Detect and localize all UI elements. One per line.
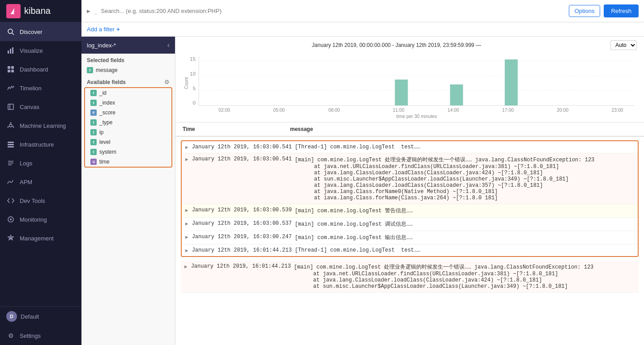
svg-text:08:00: 08:00 xyxy=(328,108,340,113)
table-row[interactable]: ▶ January 12th 2019, 16:03:00.539 [main]… xyxy=(182,204,638,218)
col-message-header: message xyxy=(290,126,637,132)
field-message[interactable]: t message xyxy=(81,65,175,75)
svg-line-16 xyxy=(12,126,13,126)
content-area: log_index-* ‹ Selected fields t message … xyxy=(81,37,644,345)
date-range-label: January 12th 2019, 00:00:00.000 - Januar… xyxy=(183,42,610,48)
svg-rect-4 xyxy=(12,47,13,54)
sidebar-item-label-visualize: Visualize xyxy=(20,47,43,54)
field-index[interactable]: t _index xyxy=(85,98,171,108)
sidebar-item-infrastructure[interactable]: Infrastructure xyxy=(0,135,81,154)
sidebar-item-management[interactable]: Management xyxy=(0,229,81,248)
discover-icon xyxy=(6,27,15,36)
svg-rect-22 xyxy=(8,163,13,164)
field-type-field[interactable]: t _type xyxy=(85,118,171,127)
expand-icon[interactable]: ▶ xyxy=(184,264,188,269)
field-score[interactable]: # _score xyxy=(85,108,171,118)
results-area: Time message ▶ January 12th 2019, 16:03:… xyxy=(175,122,644,345)
svg-text:02:00: 02:00 xyxy=(218,108,230,113)
expand-icon[interactable]: ▶ xyxy=(185,144,188,150)
table-row[interactable]: ▶ January 12th 2019, 16:01:44.213 [Threa… xyxy=(182,244,638,256)
log-message: [Thread-1] com.mine.log.LogTest test…… xyxy=(295,144,634,150)
expand-icon[interactable]: ▶ xyxy=(185,248,188,253)
chart-area: January 12th 2019, 00:00:00.000 - Januar… xyxy=(175,37,644,122)
table-row[interactable]: ▶ January 12th 2019, 16:03:00.541 [main]… xyxy=(182,153,638,204)
svg-rect-21 xyxy=(8,161,13,162)
sidebar-item-discover[interactable]: Discover xyxy=(0,22,81,41)
machine-learning-icon xyxy=(6,121,15,130)
auto-select[interactable]: Auto xyxy=(610,40,637,50)
log-time: January 12th 2019, 16:03:00.541 xyxy=(192,144,295,150)
table-row[interactable]: ▶ January 12th 2019, 16:01:44.213 [main]… xyxy=(181,261,639,293)
sidebar-item-canvas[interactable]: Canvas xyxy=(0,97,81,116)
log-message: [main] com.mine.log.LogTest 警告信息…… xyxy=(295,207,634,215)
index-header: log_index-* ‹ xyxy=(81,37,175,54)
sidebar-item-monitoring[interactable]: Monitoring xyxy=(0,210,81,229)
log-message: [Thread-1] com.mine.log.LogTest test…… xyxy=(295,247,634,253)
refresh-button[interactable]: Refresh xyxy=(604,4,639,17)
svg-rect-6 xyxy=(11,66,14,69)
svg-text:11:00: 11:00 xyxy=(393,108,405,113)
user-name: Default xyxy=(21,313,39,320)
expand-icon[interactable]: ▶ xyxy=(185,156,188,162)
svg-point-12 xyxy=(10,122,12,124)
field-system[interactable]: t system xyxy=(85,147,171,157)
fields-settings-icon[interactable]: ⚙ xyxy=(164,79,170,85)
search-input[interactable] xyxy=(101,8,565,14)
field-level[interactable]: t level xyxy=(85,137,171,147)
field-name-ip: ip xyxy=(99,129,103,135)
sidebar-item-label-canvas: Canvas xyxy=(20,104,39,110)
add-filter-link[interactable]: Add a filter + xyxy=(87,26,120,33)
svg-rect-5 xyxy=(8,66,10,69)
timelion-icon xyxy=(6,84,15,93)
sidebar-item-timelion[interactable]: Timelion xyxy=(0,79,81,97)
expand-icon[interactable]: ▶ xyxy=(185,221,188,227)
sidebar-item-apm[interactable]: APM xyxy=(0,172,81,191)
svg-rect-7 xyxy=(8,70,10,72)
results-below-border: ▶ January 12th 2019, 16:01:44.213 [main]… xyxy=(181,261,639,293)
sidebar-item-machine-learning[interactable]: Machine Learning xyxy=(0,116,81,135)
log-time: January 12th 2019, 16:03:00.537 xyxy=(192,220,295,227)
svg-text:05:00: 05:00 xyxy=(273,108,285,113)
index-collapse-icon[interactable]: ‹ xyxy=(167,41,170,49)
expand-icon[interactable]: ▶ xyxy=(185,234,188,240)
table-row[interactable]: ▶ January 12th 2019, 16:03:00.537 [main]… xyxy=(182,218,638,231)
sidebar-item-visualize[interactable]: Visualize xyxy=(0,41,81,60)
field-type-icon-system: t xyxy=(90,149,97,155)
field-type-icon-ip: t xyxy=(90,129,97,135)
table-row[interactable]: ▶ January 12th 2019, 16:03:00.247 [main]… xyxy=(182,231,638,244)
svg-rect-2 xyxy=(8,50,9,54)
sidebar-item-settings[interactable]: ⚙ Settings xyxy=(0,326,81,345)
table-row[interactable]: ▶ January 12th 2019, 16:03:00.541 [Threa… xyxy=(182,141,638,153)
svg-rect-37 xyxy=(450,84,463,105)
field-name-id: _id xyxy=(99,90,107,96)
sidebar-item-label-dashboard: Dashboard xyxy=(20,66,48,73)
svg-point-13 xyxy=(13,126,14,128)
field-time[interactable]: ⊙ time xyxy=(85,157,171,167)
sidebar-user[interactable]: D Default xyxy=(0,307,81,326)
sidebar-item-logs[interactable]: Logs xyxy=(0,154,81,172)
svg-text:0: 0 xyxy=(193,100,196,105)
options-button[interactable]: Options xyxy=(569,5,601,17)
field-name-type: _type xyxy=(99,119,112,126)
settings-icon: ⚙ xyxy=(6,331,15,340)
infrastructure-icon xyxy=(6,140,15,149)
dashboard-icon xyxy=(6,65,15,74)
svg-text:23:00: 23:00 xyxy=(612,108,623,113)
svg-rect-3 xyxy=(10,49,11,54)
sidebar-item-dashboard[interactable]: Dashboard xyxy=(0,60,81,79)
sidebar-item-dev-tools[interactable]: Dev Tools xyxy=(0,191,81,210)
svg-rect-19 xyxy=(8,144,14,145)
sidebar-item-label-infrastructure: Infrastructure xyxy=(20,141,54,148)
svg-text:14:00: 14:00 xyxy=(448,108,459,113)
svg-rect-8 xyxy=(11,70,14,72)
log-time: January 12th 2019, 16:03:00.539 xyxy=(192,207,295,213)
svg-text:20:00: 20:00 xyxy=(557,108,568,113)
main-area: ▶ _ Options Refresh Add a filter + log_i… xyxy=(81,0,644,345)
right-panel: January 12th 2019, 00:00:00.000 - Januar… xyxy=(175,37,644,345)
field-id[interactable]: t _id xyxy=(85,88,171,98)
field-name-time: time xyxy=(99,159,110,165)
expand-icon[interactable]: ▶ xyxy=(185,207,188,213)
search-prompt-icon: ▶ _ xyxy=(87,8,97,14)
field-ip[interactable]: t ip xyxy=(85,127,171,137)
results-header: Time message xyxy=(175,122,644,137)
